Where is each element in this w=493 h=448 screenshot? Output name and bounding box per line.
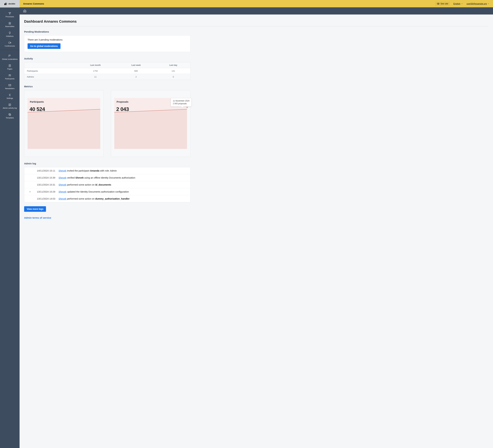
activity-table: Last monthLast weekLast dayParticipants1… [24, 62, 190, 80]
log-actor-link[interactable]: Shevek [58, 176, 66, 179]
go-to-moderations-button[interactable]: Go to global moderations [28, 43, 60, 49]
chart-tooltip: 11 November 20242 043 proposals [171, 98, 191, 107]
tools-icon [8, 93, 11, 97]
log-row: 13/11/2024 14:03Shevek performed some ac… [24, 195, 190, 202]
sidebar-item-label: Initiatives [6, 35, 13, 37]
log-row: 13/11/2024 15:39Shevek verified Shevek u… [24, 174, 190, 181]
decidim-logo-icon [4, 2, 8, 5]
see-site-label: See site [440, 2, 448, 5]
tooltip-date: 11 November 2024 [173, 99, 190, 102]
activity-heading: Activity [24, 57, 488, 60]
svg-rect-0 [4, 3, 5, 5]
metrics-grid: Participants40 524Proposals2 04311 Novem… [24, 90, 190, 157]
sidebar-item-newsletters[interactable]: Newsletters [0, 82, 20, 92]
sidebar-section-1: ProcessesAssembliesInitiativesConference… [0, 8, 20, 50]
activity-cell: 680 [116, 68, 156, 74]
eye-icon [437, 2, 439, 5]
log-message: Shevek performed some action on id_docum… [58, 184, 187, 186]
svg-rect-11 [9, 84, 11, 86]
sidebar-item-processes[interactable]: Processes [0, 11, 20, 20]
content: Dashboard Annares Commons Pending Modera… [20, 14, 493, 229]
log-timestamp: 13/11/2024 15:29 [33, 190, 58, 193]
svg-point-2 [7, 4, 8, 4]
svg-rect-13 [9, 114, 11, 116]
sidebar-item-pages[interactable]: Pages [0, 63, 20, 73]
log-timestamp: 13/11/2024 15:31 [33, 184, 58, 186]
sidebar-item-label: Admin activity log [3, 107, 17, 109]
people-icon [8, 74, 11, 77]
metric-label: Participants [30, 100, 44, 103]
sidebar: decidim ProcessesAssembliesInitiativesCo… [0, 0, 20, 448]
bulb-icon [8, 31, 11, 34]
log-subject: dummy_authorization_handler [95, 197, 130, 200]
language-label: English [453, 2, 460, 5]
log-message: Shevek verified Shevek using an offline … [58, 176, 187, 179]
svg-point-5 [10, 14, 10, 14]
sidebar-item-label: Pages [7, 68, 12, 70]
log-message: Shevek invited the participant Amanda wi… [58, 169, 187, 172]
user-menu[interactable]: user56@example.org [467, 2, 489, 5]
pending-moderations-text: There are 3 pending moderations [28, 38, 187, 41]
activity-row-label: Participants [24, 68, 75, 74]
sidebar-item-settings[interactable]: Settings [0, 92, 20, 102]
activity-cell: 141 [156, 68, 190, 74]
sidebar-item-initiatives[interactable]: Initiatives [0, 30, 20, 40]
log-subject: id_documents [95, 184, 111, 186]
activity-column-header: Last month [75, 62, 116, 68]
sidebar-item-global-moderations[interactable]: Global moderations [0, 53, 20, 63]
sidebar-item-label: Assemblies [5, 25, 14, 27]
sidebar-item-label: Global moderations [2, 58, 17, 60]
sidebar-item-admin-activity-log[interactable]: Admin activity log [0, 102, 20, 112]
sidebar-item-assemblies[interactable]: Assemblies [0, 20, 20, 30]
svg-point-9 [9, 75, 9, 75]
svg-point-8 [10, 75, 10, 75]
chevron-down-icon [487, 3, 489, 5]
svg-point-3 [9, 12, 9, 13]
chevron-right-icon [29, 191, 31, 193]
activity-column-header: Last week [116, 62, 156, 68]
log-timestamp: 14/11/2024 15:11 [33, 169, 58, 172]
list-icon [8, 103, 11, 106]
pending-moderations-card: There are 3 pending moderations Go to gl… [24, 35, 190, 52]
admin-terms-link[interactable]: Admin terms of service [24, 216, 51, 219]
sidebar-item-label: Conferences [5, 45, 15, 47]
activity-row-label: Admins [24, 74, 75, 80]
home-icon [23, 9, 26, 12]
activity-header-row: Last monthLast weekLast day [24, 62, 190, 68]
metric-chart [28, 98, 100, 149]
sidebar-item-label: Participants [5, 78, 14, 80]
sidebar-item-label: Newsletters [5, 87, 14, 89]
view-more-logs-button[interactable]: View more logs [24, 206, 46, 212]
log-actor-link[interactable]: Shevek [58, 197, 66, 200]
language-selector[interactable]: English [453, 2, 463, 5]
site-title: Annares Commons [23, 2, 44, 5]
log-row[interactable]: 13/11/2024 15:29Shevek updated the Ident… [24, 188, 190, 195]
log-subject: Shevek [75, 176, 84, 179]
metric-value: 2 043 [116, 106, 129, 112]
sidebar-item-conferences[interactable]: Conferences [0, 40, 20, 47]
top-bar: Annares Commons See site English user56@… [20, 0, 493, 7]
metrics-heading: Metrics [24, 85, 488, 88]
log-message: Shevek performed some action on dummy_au… [58, 197, 187, 200]
metric-card-proposals: Proposals2 04311 November 20242 043 prop… [111, 90, 190, 157]
activity-cell: 0 [156, 74, 190, 80]
activity-column-header [24, 64, 75, 67]
log-message: Shevek updated the Identity Documents au… [58, 190, 187, 193]
home-button[interactable] [23, 9, 26, 12]
activity-column-header: Last day [156, 62, 190, 68]
activity-row: Participants1750680141 [24, 68, 190, 74]
see-site-button[interactable]: See site [435, 2, 450, 6]
activity-cell: 2 [116, 74, 156, 80]
sidebar-item-label: Templates [6, 117, 14, 119]
brand-logo[interactable]: decidim [0, 0, 20, 8]
sidebar-item-templates[interactable]: Templates [0, 112, 20, 119]
log-actor-link[interactable]: Shevek [58, 184, 66, 186]
log-actor-link[interactable]: Shevek [58, 169, 66, 172]
sidebar-item-participants[interactable]: Participants [0, 73, 20, 82]
log-expand-chevron[interactable] [28, 191, 33, 193]
sidebar-section-2: Global moderationsPagesParticipantsNewsl… [0, 50, 20, 448]
svg-rect-6 [9, 42, 10, 44]
log-actor-link[interactable]: Shevek [58, 190, 66, 193]
admin-log-heading: Admin log [24, 162, 488, 165]
nodes-icon [8, 12, 11, 15]
